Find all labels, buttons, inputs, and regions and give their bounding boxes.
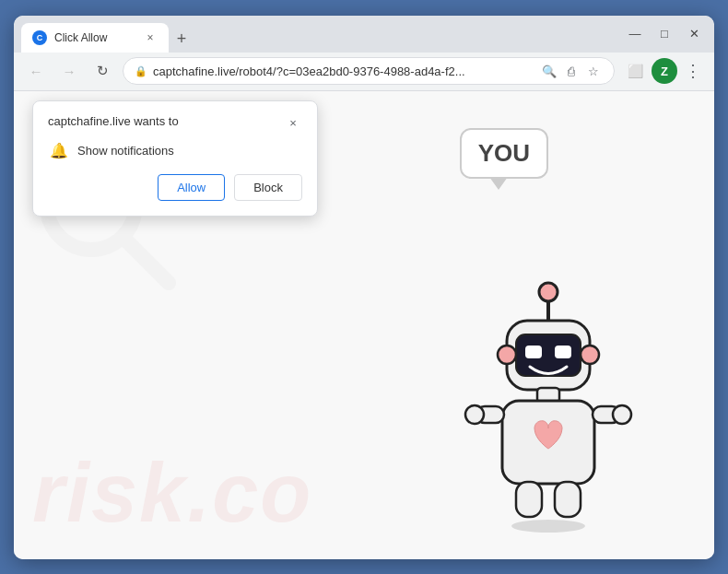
svg-point-15	[613, 405, 631, 424]
address-bar: ← → ↻ 🔒 captchafine.live/robot4/?c=03ea2…	[14, 53, 714, 91]
tab-close-button[interactable]: ×	[143, 30, 158, 45]
tab-favicon: C	[32, 30, 47, 45]
minimize-button[interactable]: —	[622, 21, 648, 47]
lock-icon: 🔒	[135, 65, 147, 77]
speech-bubble: YOU	[460, 128, 548, 179]
svg-rect-7	[555, 346, 571, 358]
title-bar: C Click Allow × + — □ ✕	[14, 16, 714, 53]
notification-popup: captchafine.live wants to × 🔔 Show notif…	[32, 100, 318, 217]
bookmark-icon[interactable]: ☆	[584, 62, 603, 80]
search-icon[interactable]: 🔍	[540, 62, 558, 80]
title-bar-controls: — □ ✕	[622, 21, 707, 47]
tab-title: Click Allow	[54, 31, 135, 44]
svg-point-18	[511, 520, 585, 533]
bell-icon: 🔔	[50, 142, 68, 159]
reload-button[interactable]: ↻	[89, 58, 115, 84]
menu-icon[interactable]: ⋮	[681, 57, 705, 85]
profile-icon[interactable]: Z	[652, 58, 677, 84]
allow-button[interactable]: Allow	[158, 174, 225, 201]
svg-rect-16	[516, 482, 542, 517]
notification-row: 🔔 Show notifications	[48, 142, 302, 159]
svg-point-8	[498, 346, 516, 364]
share-icon[interactable]: ⎙	[562, 62, 581, 80]
new-tab-button[interactable]: +	[169, 27, 194, 53]
notification-label: Show notifications	[77, 144, 174, 158]
browser-window: C Click Allow × + — □ ✕ ← → ↻ 🔒 captchaf…	[14, 16, 714, 559]
forward-button[interactable]: →	[56, 58, 82, 84]
back-button[interactable]: ←	[23, 58, 49, 84]
robot-illustration	[456, 279, 640, 541]
url-bar[interactable]: 🔒 captchafine.live/robot4/?c=03ea2bd0-93…	[123, 57, 615, 85]
toolbar-icons: ⬜ Z ⋮	[622, 57, 705, 85]
svg-rect-17	[555, 482, 581, 517]
page-content: risk.co YOU	[14, 91, 714, 559]
block-button[interactable]: Block	[234, 174, 302, 201]
url-action-icons: 🔍 ⎙ ☆	[540, 62, 603, 80]
svg-point-3	[539, 283, 558, 301]
popup-close-button[interactable]: ×	[284, 114, 302, 133]
speech-text: YOU	[478, 139, 530, 167]
popup-header: captchafine.live wants to ×	[48, 114, 302, 133]
popup-title: captchafine.live wants to	[48, 114, 179, 128]
svg-rect-6	[525, 346, 542, 358]
maximize-button[interactable]: □	[652, 21, 677, 47]
close-window-button[interactable]: ✕	[681, 21, 707, 47]
svg-line-1	[124, 239, 169, 283]
active-tab[interactable]: C Click Allow ×	[21, 23, 169, 53]
svg-point-9	[581, 346, 599, 364]
popup-actions: Allow Block	[48, 174, 302, 201]
url-text: captchafine.live/robot4/?c=03ea2bd0-9376…	[153, 64, 534, 78]
tab-bar: C Click Allow × +	[21, 16, 615, 53]
cast-icon[interactable]: ⬜	[622, 58, 648, 84]
watermark-text: risk.co	[32, 446, 312, 541]
svg-point-13	[465, 405, 484, 424]
